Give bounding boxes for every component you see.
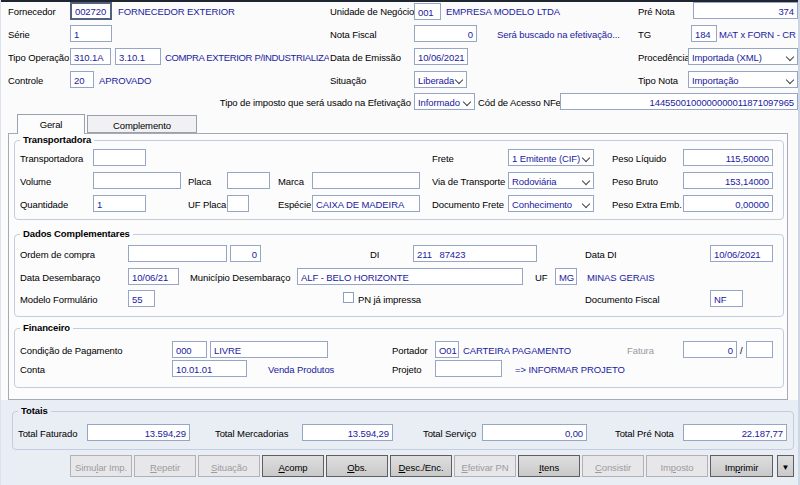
button-mnemonic: C: [595, 462, 602, 473]
chevron-down-icon: [463, 98, 471, 106]
unidade-negocio-input[interactable]: 001: [414, 3, 441, 20]
di-label: DI: [370, 249, 379, 260]
situacao-select[interactable]: Liberada: [414, 71, 467, 88]
imprimir-dropdown-button[interactable]: ▼: [777, 455, 794, 477]
cod-acesso-input[interactable]: 1445500100000000011871097965: [560, 93, 798, 110]
tipo-nota-value: Importação: [692, 75, 739, 86]
data-desembaraco-input[interactable]: 10/06/21: [128, 268, 179, 285]
chevron-down-icon: [786, 53, 794, 61]
projeto-label: Projeto: [392, 364, 421, 375]
tipo-imposto-select[interactable]: Informado: [414, 93, 475, 110]
uf-placa-label: UF Placa: [188, 199, 226, 210]
total-pre-nota-input[interactable]: 22.187,77: [683, 424, 787, 441]
acomp-button[interactable]: Acomp: [262, 455, 324, 477]
peso-bruto-input[interactable]: 153,14000: [683, 172, 773, 189]
itens-button[interactable]: Itens: [518, 455, 580, 477]
volume-input[interactable]: [93, 172, 181, 189]
situacao-button: Situação: [198, 455, 260, 477]
frete-select[interactable]: 1 Emitente (CIF): [508, 149, 594, 166]
uf-placa-input[interactable]: [227, 195, 249, 212]
modelo-formulario-label: Modelo Formulário: [20, 294, 98, 305]
total-mercadorias-input[interactable]: 13.594,29: [302, 424, 393, 441]
tipo-operacao-code1-input[interactable]: 310.1A: [70, 48, 111, 65]
tipo-operacao-code2-input[interactable]: 3.10.1: [115, 48, 161, 65]
button-label: esc./Enc.: [405, 462, 443, 473]
pre-nota-input[interactable]: 374: [693, 2, 798, 19]
marca-label: Marca: [278, 176, 304, 187]
unidade-negocio-label: Unidade de Negócio: [330, 6, 414, 17]
peso-liquido-label: Peso Líquido: [612, 153, 666, 164]
documento-fiscal-input[interactable]: NF: [710, 290, 743, 307]
procedencia-label: Procedência: [638, 52, 690, 63]
municipio-input[interactable]: ALF - BELO HORIZONTE: [297, 268, 523, 285]
chevron-down-icon: [582, 200, 590, 208]
button-label: tens: [541, 462, 559, 473]
ordem-compra-input[interactable]: [128, 245, 227, 262]
conta-input[interactable]: 10.01.01: [172, 360, 247, 377]
procedencia-select[interactable]: Importada (XML): [688, 48, 798, 65]
fatura-separator: /: [740, 345, 743, 356]
placa-input[interactable]: [227, 172, 270, 189]
pn-impressa-checkbox[interactable]: [343, 292, 354, 303]
nota-fiscal-input[interactable]: 0: [414, 25, 477, 42]
data-di-label: Data DI: [585, 249, 617, 260]
uf-name-text: MINAS GERAIS: [587, 272, 654, 283]
chevron-down-icon: [582, 177, 590, 185]
total-faturado-input[interactable]: 13.594,29: [87, 424, 190, 441]
di-input[interactable]: 211 87423: [413, 245, 537, 262]
documento-frete-select[interactable]: Conhecimento: [508, 195, 594, 212]
situacao-value: Liberada: [418, 75, 454, 86]
tipo-nota-select[interactable]: Importação: [688, 71, 798, 88]
quantidade-input[interactable]: 1: [93, 195, 146, 212]
situacao-label: Situação: [330, 75, 366, 86]
total-pre-nota-label: Total Pré Nota: [615, 428, 674, 439]
condicao-pagamento-code-input[interactable]: 000: [172, 341, 207, 358]
marca-input[interactable]: [312, 172, 420, 189]
frete-value: 1 Emitente (CIF): [512, 153, 580, 164]
button-label: bs.: [354, 462, 366, 473]
consistir-button: Consistir: [582, 455, 644, 477]
serie-input[interactable]: 1: [70, 25, 112, 42]
condicao-pagamento-desc-input[interactable]: LIVRE: [210, 341, 328, 358]
imprimir-button[interactable]: Imprimir: [710, 455, 773, 477]
tab-complemento[interactable]: Complemento: [87, 115, 197, 133]
button-label: rimir: [740, 462, 758, 473]
fatura-parcela-input[interactable]: [746, 341, 773, 358]
via-transporte-select[interactable]: Rodoviária: [508, 172, 594, 189]
ordem-compra-num-input[interactable]: 0: [230, 245, 261, 262]
peso-liquido-input[interactable]: 115,50000: [683, 149, 773, 166]
fatura-input[interactable]: 0: [683, 341, 737, 358]
fornecedor-code-input[interactable]: 002720: [70, 2, 112, 20]
quantidade-label: Quantidade: [20, 199, 68, 210]
button-label: epetir: [157, 462, 180, 473]
desc-enc-button[interactable]: Desc./Enc.: [390, 455, 452, 477]
portador-input[interactable]: O01: [435, 341, 459, 358]
total-faturado-label: Total Faturado: [18, 428, 77, 439]
button-label: Simu: [75, 462, 96, 473]
projeto-input[interactable]: [435, 360, 502, 377]
transportadora-input[interactable]: [93, 149, 146, 166]
modelo-formulario-input[interactable]: 55: [128, 290, 155, 307]
peso-bruto-label: Peso Bruto: [612, 176, 658, 187]
pre-nota-label: Pré Nota: [638, 6, 675, 17]
especie-input[interactable]: CAIXA DE MADEIRA: [312, 195, 420, 212]
total-servico-input[interactable]: 0,00: [482, 424, 587, 441]
window-top-border: [0, 0, 800, 2]
button-label: onsistir: [602, 462, 631, 473]
documento-fiscal-label: Documento Fiscal: [585, 294, 659, 305]
pre-nota-window: Fornecedor 002720 FORNECEDOR EXTERIOR Un…: [0, 0, 800, 485]
button-mnemonic: R: [150, 462, 157, 473]
tab-geral[interactable]: Geral: [17, 114, 85, 134]
via-transporte-label: Via de Transporte: [432, 176, 505, 187]
documento-frete-label: Documento Frete: [432, 199, 504, 210]
data-emissao-label: Data de Emissão: [330, 52, 401, 63]
obs-button[interactable]: Obs.: [326, 455, 388, 477]
controle-input[interactable]: 20: [70, 71, 94, 88]
peso-extra-input[interactable]: 0,00000: [683, 195, 773, 212]
tg-input[interactable]: 184: [691, 25, 717, 42]
data-di-input[interactable]: 10/06/2021: [710, 245, 773, 262]
condicao-pagamento-label: Condição de Pagamento: [20, 345, 122, 356]
uf-input[interactable]: MG: [555, 268, 577, 285]
data-emissao-input[interactable]: 10/06/2021: [414, 48, 468, 65]
tipo-imposto-value: Informado: [418, 97, 460, 108]
